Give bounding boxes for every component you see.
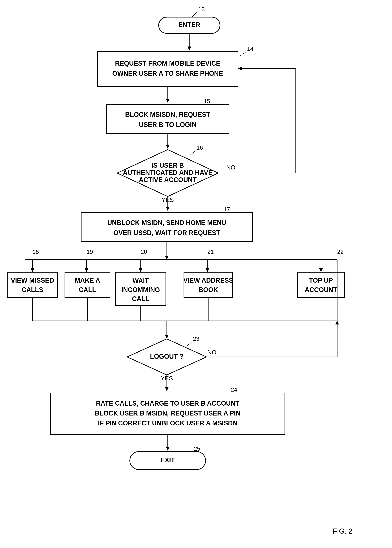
incoming-label-1: WAIT: [133, 277, 149, 284]
ref-19: 19: [87, 249, 93, 255]
svg-marker-19: [166, 207, 169, 211]
ref-13: 13: [198, 6, 205, 13]
call-label-1: MAKE A: [75, 277, 100, 284]
ref-23: 23: [193, 335, 199, 342]
incoming-label-2: INCOMMING: [121, 286, 160, 293]
ref-17: 17: [224, 206, 230, 213]
ref-25: 25: [194, 445, 200, 452]
svg-marker-60: [166, 447, 169, 451]
ref-15: 15: [204, 98, 210, 104]
block-label-2: USER B TO LOGIN: [139, 121, 196, 128]
rate-label-1: RATE CALLS, CHARGE TO USER B ACCOUNT: [96, 400, 239, 407]
svg-rect-5: [97, 51, 238, 87]
ref-24: 24: [231, 386, 237, 393]
rate-label-3: IF PIN CORRECT UNBLOCK USER A MSISDN: [98, 419, 237, 427]
address-label-1: VIEW ADDRESS: [183, 277, 233, 284]
enter-label: ENTER: [178, 21, 200, 28]
svg-marker-32: [139, 268, 142, 272]
logout-label: LOGOUT ?: [150, 353, 183, 360]
svg-line-50: [187, 342, 192, 346]
svg-marker-7: [166, 99, 169, 103]
ref-18: 18: [32, 249, 39, 255]
svg-marker-3: [188, 47, 191, 50]
svg-marker-54: [335, 321, 339, 325]
svg-marker-56: [165, 387, 168, 391]
ref-14: 14: [247, 46, 253, 52]
incoming-label-3: CALL: [132, 295, 149, 303]
no-label-2: NO: [207, 349, 217, 355]
request-label-2: OWNER USER A TO SHARE PHONE: [112, 70, 223, 77]
ref-21: 21: [207, 249, 214, 255]
rate-label-2: BLOCK USER B MSIDN, REQUEST USER A PIN: [95, 409, 240, 417]
ref-22: 22: [337, 249, 344, 255]
no-label-1: NO: [226, 164, 236, 171]
auth-label-2: AUTHENTICATED AND HAVE: [123, 169, 212, 176]
topup-label-2: ACCOUNT: [305, 286, 337, 293]
ref-20: 20: [141, 249, 147, 255]
missed-label-2: CALLS: [22, 286, 43, 293]
unblock-label-1: UNBLOCK MSIDN, SEND HOME MENU: [107, 219, 226, 226]
svg-marker-29: [85, 268, 88, 272]
unblock-label-2: OVER USSD, WAIT FOR REQUEST: [113, 229, 220, 236]
fig-label: FIG. 2: [332, 527, 352, 535]
svg-marker-11: [166, 145, 169, 149]
missed-label-1: VIEW MISSED: [11, 277, 54, 284]
flowchart-diagram: 13 ENTER 14 REQUEST FROM MOBILE DEVICE O…: [0, 0, 392, 548]
svg-marker-49: [165, 335, 168, 339]
block-label-1: BLOCK MSISDN, REQUEST: [125, 111, 210, 118]
exit-label: EXIT: [161, 457, 175, 464]
call-label-2: CALL: [79, 286, 96, 293]
svg-marker-35: [206, 268, 209, 272]
svg-rect-27: [7, 272, 58, 298]
svg-rect-9: [106, 104, 229, 133]
svg-marker-26: [31, 268, 34, 272]
svg-marker-38: [319, 268, 323, 272]
ref-16: 16: [196, 144, 203, 151]
topup-label-1: TOP UP: [309, 277, 333, 284]
svg-rect-30: [65, 272, 110, 298]
svg-rect-36: [184, 272, 233, 298]
request-label-1: REQUEST FROM MOBILE DEVICE: [115, 60, 220, 67]
auth-label-1: IS USER B: [151, 162, 184, 169]
address-label-2: BOOK: [198, 286, 218, 293]
svg-line-4: [240, 52, 246, 56]
svg-rect-21: [81, 213, 252, 242]
auth-label-3: ACTIVE ACCOUNT: [139, 176, 197, 183]
svg-marker-17: [238, 67, 242, 70]
svg-marker-23: [165, 256, 168, 260]
svg-line-12: [190, 151, 196, 155]
